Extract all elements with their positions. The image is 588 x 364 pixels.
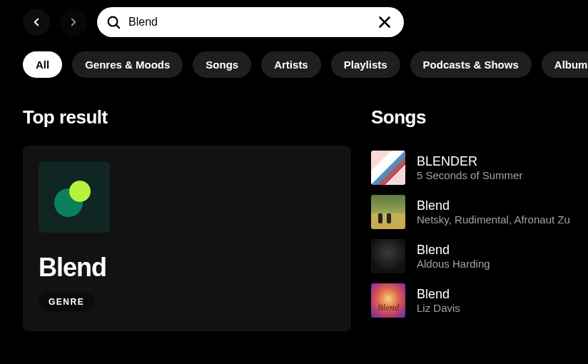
song-artwork: [371, 151, 405, 185]
song-title: Blend: [417, 287, 460, 302]
song-artist: 5 Seconds of Summer: [417, 169, 522, 181]
top-result-title: Blend: [39, 253, 335, 283]
clear-search-icon[interactable]: [375, 13, 394, 31]
filter-chip-playlists[interactable]: Playlists: [331, 51, 400, 78]
search-bar: [97, 7, 404, 37]
song-row[interactable]: BLENDER 5 Seconds of Summer: [371, 146, 588, 190]
top-result-artwork: [39, 161, 110, 233]
top-result-heading: Top result: [23, 106, 351, 128]
song-row[interactable]: Blend Blend Liz Davis: [371, 278, 588, 323]
filter-chip-all[interactable]: All: [23, 51, 62, 78]
song-row[interactable]: Blend Aldous Harding: [371, 234, 588, 278]
filter-chip-artists[interactable]: Artists: [261, 51, 321, 78]
song-title: Blend: [417, 198, 570, 213]
song-artist: Aldous Harding: [417, 258, 490, 270]
song-artwork: [371, 239, 405, 273]
songs-heading: Songs: [371, 106, 588, 128]
song-artwork: Blend: [371, 283, 405, 318]
top-result-card[interactable]: Blend GENRE: [23, 146, 351, 331]
filter-chip-songs[interactable]: Songs: [193, 51, 251, 78]
search-input[interactable]: [128, 16, 368, 29]
song-artist: Netsky, Rudimental, Afronaut Zu: [417, 213, 570, 226]
filter-chip-podcasts-shows[interactable]: Podcasts & Shows: [410, 51, 532, 78]
filter-chip-albums[interactable]: Albums: [542, 51, 588, 78]
chevron-left-icon: [30, 16, 43, 29]
song-artist: Liz Davis: [417, 302, 460, 314]
song-artwork: [371, 195, 405, 229]
search-icon: [106, 14, 121, 30]
nav-back-button[interactable]: [23, 9, 50, 36]
blend-circles-icon: [39, 161, 110, 233]
song-title: BLENDER: [417, 154, 522, 169]
song-row[interactable]: Blend Netsky, Rudimental, Afronaut Zu: [371, 190, 588, 234]
filter-chip-genres-moods[interactable]: Genres & Moods: [72, 51, 183, 78]
svg-point-5: [69, 181, 91, 202]
top-result-tag: GENRE: [39, 293, 94, 311]
chevron-right-icon: [67, 16, 80, 29]
svg-line-1: [116, 25, 119, 28]
song-title: Blend: [417, 243, 490, 258]
nav-forward-button[interactable]: [60, 9, 87, 36]
